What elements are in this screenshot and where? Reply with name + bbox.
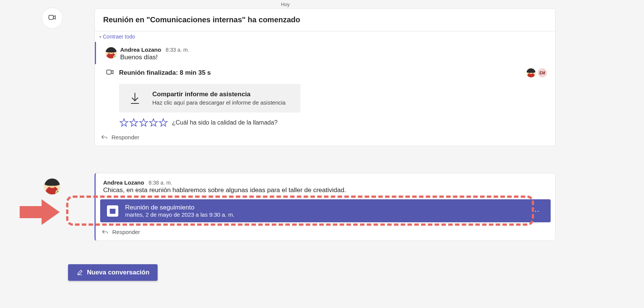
avatar[interactable]: [526, 68, 536, 77]
svg-rect-0: [49, 15, 53, 20]
video-icon: [106, 68, 114, 78]
caret-down-icon: ▾: [99, 35, 101, 39]
reply-icon: [102, 228, 108, 235]
compose-icon: [76, 269, 83, 276]
star-icon[interactable]: [129, 118, 139, 128]
svg-rect-3: [110, 209, 116, 210]
star-icon[interactable]: [158, 118, 168, 128]
reply-button[interactable]: Responder: [96, 224, 555, 240]
meeting-started-banner: Reunión en "Comunicaciones internas" ha …: [95, 9, 555, 31]
collapse-all-link[interactable]: ▾ Contraer todo: [95, 31, 555, 42]
calendar-icon: [107, 205, 118, 217]
rating-label: ¿Cuál ha sido la calidad de la llamada?: [172, 119, 277, 126]
message-text: Buenos días!: [120, 54, 549, 61]
reply-label: Responder: [112, 229, 140, 235]
message-timestamp: 8:33 a. m.: [166, 47, 189, 53]
message-text: Chicas, en esta reunión hablaremos sobre…: [103, 186, 548, 194]
reply-label: Responder: [111, 134, 139, 140]
call-quality-rating[interactable]: [119, 118, 168, 128]
presence-available-icon: [56, 190, 60, 195]
message-timestamp: 8:38 a. m.: [149, 180, 172, 186]
meeting-participants[interactable]: EM: [526, 68, 549, 77]
meeting-video-badge: [42, 8, 63, 29]
download-icon: [127, 92, 142, 105]
video-icon: [48, 13, 56, 23]
message-author[interactable]: Andrea Lozano: [103, 179, 144, 186]
annotation-arrow: [20, 199, 65, 225]
attendance-subtitle: Haz clic aquí para descargar el informe …: [152, 99, 286, 106]
message-author[interactable]: Andrea Lozano: [120, 46, 161, 53]
meeting-card-title: Reunión de seguimiento: [125, 204, 234, 211]
scheduled-meeting-card[interactable]: Reunión de seguimiento martes, 2 de mayo…: [100, 199, 551, 222]
meeting-ended-title: Reunión finalizada: 8 min 35 s: [119, 69, 526, 77]
star-icon[interactable]: [139, 118, 149, 128]
star-icon[interactable]: [119, 118, 129, 128]
svg-rect-4: [111, 211, 112, 212]
collapse-all-label: Contraer todo: [103, 34, 135, 40]
date-divider: Hoy: [42, 0, 529, 9]
avatar[interactable]: [105, 47, 117, 59]
svg-rect-1: [107, 70, 111, 74]
meeting-card-subtitle: martes, 2 de mayo de 2023 a las 9:30 a. …: [125, 211, 234, 218]
new-conversation-label: Nueva conversación: [87, 269, 149, 276]
attendance-title: Compartir informe de asistencia: [152, 91, 286, 98]
reply-icon: [101, 134, 108, 140]
new-conversation-button[interactable]: Nueva conversación: [68, 264, 158, 281]
reply-button[interactable]: Responder: [95, 129, 555, 146]
svg-rect-5: [112, 211, 113, 212]
star-icon[interactable]: [149, 118, 158, 128]
svg-rect-6: [114, 211, 115, 212]
meeting-more-button[interactable]: ⋯: [528, 205, 544, 217]
attendance-report-card[interactable]: Compartir informe de asistencia Haz clic…: [119, 84, 300, 112]
avatar-initials[interactable]: EM: [538, 68, 547, 77]
presence-available-icon: [113, 55, 117, 59]
avatar[interactable]: [44, 178, 60, 195]
